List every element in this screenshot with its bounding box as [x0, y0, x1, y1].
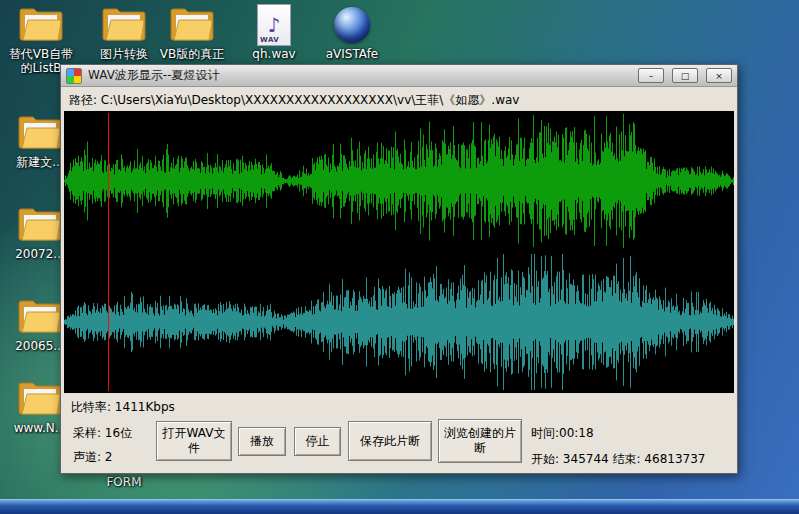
- taskbar[interactable]: [0, 499, 799, 514]
- waveform-right-channel[interactable]: [64, 251, 734, 393]
- desktop-icon-label: 图片转换: [90, 48, 158, 62]
- desktop-icon-vb-folder[interactable]: VB版的真正: [156, 4, 228, 62]
- range-label: 开始: 345744 结束: 46813737: [531, 451, 705, 468]
- stop-button[interactable]: 停止: [294, 427, 341, 456]
- play-button[interactable]: 播放: [238, 427, 286, 456]
- open-wav-button[interactable]: 打开WAV文件: [156, 421, 232, 461]
- folder-icon: [6, 4, 76, 46]
- browse-segment-button[interactable]: 浏览创建的片断: [438, 419, 522, 463]
- window-client-area: 路径: C:\Users\XiaYu\Desktop\XXXXXXXXXXXXX…: [61, 87, 737, 472]
- bitrate-label: 比特率: 1411Kbps: [71, 399, 175, 416]
- minimize-button[interactable]: –: [638, 68, 664, 83]
- wav-file-icon: ♪WAV: [240, 4, 308, 46]
- app-icon: [66, 68, 82, 84]
- end-label: 结束: 46813737: [613, 452, 706, 466]
- save-segment-button[interactable]: 保存此片断: [348, 421, 432, 461]
- start-label: 开始: 345744: [531, 452, 609, 466]
- close-button[interactable]: ×: [706, 68, 732, 83]
- music-note-icon: ♪: [268, 15, 281, 35]
- folder-icon: [90, 4, 158, 46]
- channels-label: 声道: 2: [73, 449, 113, 466]
- desktop-icon-label: FORM: [90, 476, 158, 490]
- playhead-cursor[interactable]: [108, 113, 109, 391]
- maximize-button[interactable]: □: [672, 68, 698, 83]
- folder-icon: [156, 4, 228, 46]
- window-title: WAV波形显示--夏煜设计: [88, 67, 630, 84]
- waveform-left-channel[interactable]: [64, 111, 734, 251]
- time-label: 时间:00:18: [531, 425, 594, 442]
- desktop-icon-label: qh.wav: [240, 48, 308, 62]
- sphere-icon: [318, 4, 386, 46]
- desktop-icon-label: VB版的真正: [156, 48, 228, 62]
- file-path-label: 路径: C:\Users\XiaYu\Desktop\XXXXXXXXXXXXX…: [69, 92, 519, 109]
- waveform-panel: [64, 111, 734, 393]
- desktop-icon-pic-convert-folder[interactable]: 图片转换: [90, 4, 158, 62]
- wav-window: WAV波形显示--夏煜设计 – □ × 路径: C:\Users\XiaYu\D…: [60, 64, 738, 474]
- window-titlebar[interactable]: WAV波形显示--夏煜设计 – □ ×: [61, 65, 737, 87]
- sample-label: 采样: 16位: [73, 425, 132, 442]
- desktop-icon-qh-wav[interactable]: ♪WAV qh.wav: [240, 4, 308, 62]
- wav-tag: WAV: [260, 36, 279, 44]
